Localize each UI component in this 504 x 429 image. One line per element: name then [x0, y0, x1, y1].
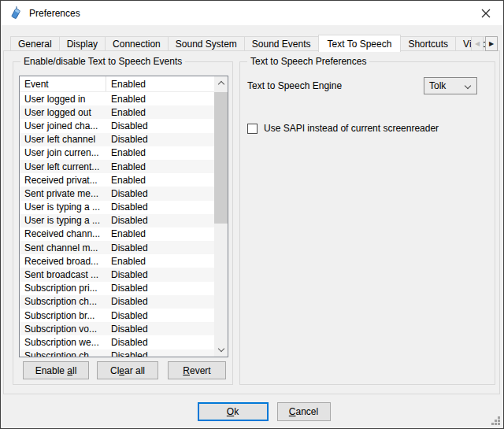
event-cell: User left current... — [20, 161, 106, 172]
event-cell: Subscription ch... — [20, 296, 106, 307]
status-cell: Disabled — [106, 215, 214, 226]
sapi-checkbox[interactable] — [247, 124, 258, 134]
event-cell: User joined cha... — [20, 120, 106, 131]
tab-sound-events[interactable]: Sound Events — [244, 36, 319, 50]
chevron-down-icon — [465, 83, 471, 89]
event-cell: User logged out — [20, 107, 106, 118]
revert-button[interactable]: Revert — [168, 361, 226, 379]
tab-scroll-buttons: ◀ ▶ — [469, 36, 498, 51]
right-triangle-icon: ▶ — [489, 41, 494, 47]
close-icon — [481, 9, 491, 18]
status-cell: Disabled — [106, 324, 214, 335]
scrollbar-track[interactable] — [214, 90, 228, 343]
engine-label: Text to Speech Engine — [247, 80, 342, 91]
engine-select[interactable]: Tolk — [424, 77, 477, 94]
tab-display[interactable]: Display — [59, 36, 106, 50]
tts-preferences-group-title: Text to Speech Preferences — [247, 56, 369, 68]
resize-grip[interactable] — [491, 416, 501, 426]
tab-scroll-left-button[interactable]: ◀ — [471, 36, 484, 51]
scrollbar-thumb[interactable] — [214, 92, 228, 224]
status-cell: Enabled — [106, 107, 214, 118]
window-title: Preferences — [29, 8, 80, 19]
event-cell: User logged in — [20, 94, 106, 105]
table-row[interactable]: User left current... Enabled — [20, 160, 214, 173]
table-row[interactable]: User is typing a ... Disabled — [20, 214, 214, 227]
status-cell: Disabled — [106, 283, 214, 294]
status-cell: Disabled — [106, 242, 214, 253]
status-cell: Enabled — [106, 147, 214, 158]
list-rows: User logged in Enabled User logged out E… — [20, 92, 214, 357]
status-cell: Disabled — [106, 120, 214, 131]
table-row[interactable]: Subscription ch... Disabled — [20, 295, 214, 309]
status-cell: Disabled — [106, 188, 214, 199]
table-row[interactable]: Received privat... Enabled — [20, 173, 214, 187]
tab-shortcuts[interactable]: Shortcuts — [400, 36, 456, 50]
table-row[interactable]: Subscription br... Disabled — [20, 309, 214, 322]
scroll-down-button[interactable] — [214, 343, 228, 357]
table-row[interactable]: Received chann... Enabled — [20, 227, 214, 241]
event-cell: Subscription br... — [20, 310, 106, 321]
table-row[interactable]: User logged out Enabled — [20, 105, 214, 119]
tab-label: Sound Events — [252, 39, 311, 50]
table-row[interactable]: Subscription ch... Disabled — [20, 349, 214, 357]
status-cell: Disabled — [106, 296, 214, 307]
chevron-down-icon — [217, 346, 224, 352]
event-cell: Received privat... — [20, 175, 106, 186]
table-row[interactable]: Sent private me... Disabled — [20, 187, 214, 200]
tab-general[interactable]: General — [10, 36, 60, 50]
status-cell: Enabled — [106, 161, 214, 172]
cancel-button[interactable]: Cancel — [277, 402, 331, 421]
tab-text-to-speech[interactable]: Text To Speech — [318, 35, 402, 52]
status-cell: Enabled — [106, 94, 214, 105]
ok-button[interactable]: Ok — [198, 402, 269, 421]
status-cell: Disabled — [106, 310, 214, 321]
engine-row: Text to Speech Engine Tolk — [247, 77, 477, 94]
table-row[interactable]: User logged in Enabled — [20, 92, 214, 105]
table-row[interactable]: Received broad... Enabled — [20, 254, 214, 268]
vertical-scrollbar[interactable] — [214, 76, 228, 357]
event-cell: Subscription ch... — [20, 350, 106, 357]
column-header-event: Event — [20, 76, 106, 91]
table-row[interactable]: Sent broadcast ... Disabled — [20, 268, 214, 281]
table-row[interactable]: Subscription pri... Disabled — [20, 282, 214, 295]
tab-scroll-right-button[interactable]: ▶ — [485, 36, 498, 51]
tab-label: Text To Speech — [328, 39, 392, 50]
table-row[interactable]: Sent channel m... Disabled — [20, 241, 214, 254]
event-cell: Sent private me... — [20, 188, 106, 199]
event-cell: User is typing a ... — [20, 202, 106, 213]
table-row[interactable]: User left channel Disabled — [20, 133, 214, 146]
status-cell: Disabled — [106, 337, 214, 348]
table-row[interactable]: Subscription we... Disabled — [20, 335, 214, 349]
scroll-up-button[interactable] — [214, 76, 228, 90]
event-cell: Sent channel m... — [20, 242, 106, 253]
tab-label: General — [18, 39, 52, 50]
clear-all-button[interactable]: Clear all — [97, 361, 158, 379]
table-row[interactable]: User is typing a ... Disabled — [20, 201, 214, 214]
event-cell: Received chann... — [20, 228, 106, 239]
event-cell: Subscription we... — [20, 337, 106, 348]
tab-bar: GeneralDisplayConnectionSound SystemSoun… — [1, 35, 503, 50]
left-triangle-icon: ◀ — [475, 41, 480, 47]
column-header-enabled: Enabled — [106, 76, 214, 91]
events-group: Enable/disable Text to Speech Events Eve… — [13, 61, 233, 385]
tab-connection[interactable]: Connection — [105, 36, 169, 50]
tab-label: Connection — [113, 39, 161, 50]
tab-label: Display — [67, 39, 98, 50]
events-group-title: Enable/disable Text to Speech Events — [20, 56, 185, 68]
close-button[interactable] — [468, 1, 503, 25]
tab-sound-system[interactable]: Sound System — [168, 36, 245, 50]
table-row[interactable]: User joined cha... Disabled — [20, 119, 214, 132]
enable-all-button[interactable]: Enable all — [23, 361, 89, 379]
status-cell: Disabled — [106, 350, 214, 357]
sapi-checkbox-label[interactable]: Use SAPI instead of current screenreader — [264, 123, 439, 134]
table-row[interactable]: User join curren... Enabled — [20, 146, 214, 160]
tab-label: Shortcuts — [408, 39, 448, 50]
event-cell: Received broad... — [20, 256, 106, 267]
status-cell: Disabled — [106, 269, 214, 280]
events-list-body: Event Enabled User logged in Enabled Use… — [20, 76, 214, 357]
chevron-up-icon — [217, 81, 224, 87]
tts-preferences-group: Text to Speech Preferences Text to Speec… — [239, 61, 495, 385]
table-row[interactable]: Subscription vo... Disabled — [20, 322, 214, 335]
status-cell: Enabled — [106, 256, 214, 267]
status-cell: Disabled — [106, 134, 214, 145]
